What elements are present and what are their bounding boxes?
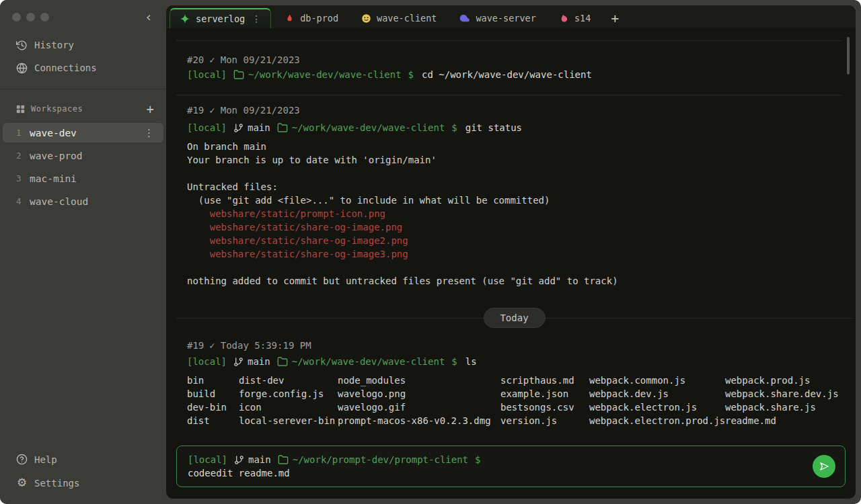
- output-line: nothing added to commit but untracked fi…: [187, 274, 844, 288]
- command-text: cd ~/work/wave-dev/wave-client: [422, 68, 592, 81]
- scrollbar-thumb[interactable]: [847, 37, 850, 75]
- sidebar-item-history[interactable]: History: [0, 34, 166, 56]
- prompt-host: [local]: [188, 453, 227, 466]
- file-name: webpack.share.js: [725, 401, 844, 414]
- file-name: dist-dev: [239, 374, 338, 387]
- workspace-name: mac-mini: [30, 173, 157, 184]
- ls-column: webpack.prod.js webpack.share.dev.js web…: [725, 374, 844, 427]
- sidebar-item-connections[interactable]: Connections: [0, 56, 166, 79]
- today-divider: Today: [176, 308, 852, 328]
- prompt-line: [local] ~/work/wave-dev/wave-client $ cd…: [187, 68, 844, 81]
- face-icon: [361, 13, 371, 24]
- globe-icon: [16, 62, 28, 74]
- add-tab-button[interactable]: +: [604, 8, 626, 28]
- prompt-line: [local] main ~/work/wave-dev/wave-client…: [187, 121, 844, 134]
- main-area: serverlog ⋮ db-prod wave-: [166, 0, 861, 504]
- command-text: ls: [465, 355, 477, 368]
- entry-meta: #19 ✓ Mon 09/21/2023: [187, 103, 844, 117]
- minimize-window-button[interactable]: [26, 13, 35, 22]
- file-name: webpack.common.js: [589, 374, 725, 387]
- ls-output: bin build dev-bin dist dist-dev forge.co…: [187, 374, 844, 427]
- workspace-number: 3: [16, 173, 30, 183]
- workspace-item-mac-mini[interactable]: 3 mac-mini: [3, 169, 163, 188]
- prompt-branch: main: [248, 453, 271, 466]
- sparkle-icon: [180, 13, 190, 24]
- tab-wave-client[interactable]: wave-client: [352, 8, 446, 28]
- sidebar-item-help[interactable]: Help: [0, 448, 166, 471]
- tab-label: serverlog: [196, 13, 245, 24]
- prompt-dollar: $: [451, 355, 457, 368]
- prompt-branch: main: [248, 355, 270, 368]
- untracked-file: webshare/static/share-og-image3.png: [187, 247, 844, 261]
- close-window-button[interactable]: [12, 13, 21, 22]
- prompt-line: [local] main ~/work/wave-dev/wave-client…: [187, 355, 844, 368]
- command-text: git status: [465, 121, 522, 134]
- zoom-window-button[interactable]: [40, 13, 49, 22]
- workspace-menu-icon[interactable]: ⋮: [141, 127, 157, 139]
- help-icon: [16, 454, 28, 465]
- tab-menu-icon[interactable]: ⋮: [252, 13, 261, 24]
- ls-column: webpack.common.js webpack.dev.js webpack…: [589, 374, 725, 427]
- tab-s14[interactable]: s14: [550, 8, 600, 28]
- folder-icon: [277, 122, 288, 133]
- check-icon: ✓: [209, 103, 215, 117]
- file-name: example.json: [500, 387, 589, 401]
- titlebar: ‹: [0, 0, 166, 34]
- tab-wave-server[interactable]: wave-server: [450, 8, 545, 28]
- prompt-cwd: ~/work/wave-dev/wave-client: [248, 68, 402, 81]
- today-badge: Today: [483, 308, 545, 328]
- folder-icon: [233, 69, 244, 80]
- workspace-item-wave-dev[interactable]: 1 wave-dev ⋮: [3, 123, 163, 142]
- file-name: build: [187, 387, 239, 401]
- file-name: dev-bin: [187, 401, 239, 414]
- entry-number: #19: [187, 103, 204, 117]
- tab-label: s14: [574, 13, 591, 24]
- collapse-sidebar-icon[interactable]: ‹: [141, 10, 157, 24]
- file-name: webpack.electron.js: [589, 401, 725, 414]
- workspace-name: wave-dev: [30, 128, 141, 138]
- blank-line: [187, 167, 844, 180]
- workspace-name: wave-cloud: [30, 196, 157, 207]
- prompt-cwd: ~/work/prompt-dev/prompt-client: [293, 453, 468, 466]
- command-input-area: [local] main ~/work/prompt-dev/prompt-cl…: [188, 453, 813, 480]
- send-button[interactable]: [813, 455, 835, 478]
- file-name: bin: [187, 374, 239, 387]
- file-name: node_modules: [338, 374, 500, 387]
- entry-date: Mon 09/21/2023: [221, 53, 300, 67]
- output-line: Untracked files:: [187, 180, 844, 194]
- untracked-file: webshare/static/share-og-image2.png: [187, 234, 844, 247]
- file-name: forge.config.js: [239, 387, 338, 401]
- file-name: webpack.electron.prod.js: [589, 414, 725, 427]
- gear-icon: ⚙: [16, 477, 28, 489]
- window-controls: [12, 13, 49, 22]
- sidebar-item-settings[interactable]: ⚙ Settings: [0, 471, 166, 495]
- add-workspace-button[interactable]: +: [144, 103, 157, 116]
- workspace-item-wave-cloud[interactable]: 4 wave-cloud: [3, 192, 163, 211]
- file-name: webpack.prod.js: [725, 374, 844, 387]
- tab-serverlog[interactable]: serverlog ⋮: [170, 8, 271, 28]
- command-input[interactable]: codeedit readme.md: [188, 466, 813, 480]
- git-branch-icon: [233, 357, 244, 367]
- entry-number: #20: [187, 53, 204, 67]
- workspace-number: 1: [16, 128, 30, 138]
- command-input-box[interactable]: [local] main ~/work/prompt-dev/prompt-cl…: [176, 446, 846, 487]
- workspace-list: 1 wave-dev ⋮ 2 wave-prod 3 mac-mini 4 wa…: [0, 123, 166, 211]
- app-window: ‹ History Connections: [0, 0, 861, 504]
- tab-bar: serverlog ⋮ db-prod wave-: [166, 5, 856, 28]
- file-name: webpack.share.dev.js: [725, 387, 844, 401]
- file-name: webpack.dev.js: [589, 387, 725, 401]
- sidebar-footer: Help ⚙ Settings: [0, 448, 166, 495]
- blank-line: [187, 261, 844, 274]
- ls-column: bin build dev-bin dist: [187, 374, 239, 427]
- history-icon: [16, 40, 28, 51]
- workspace-item-wave-prod[interactable]: 2 wave-prod: [3, 146, 163, 165]
- output-line: Your branch is up to date with 'origin/m…: [187, 153, 844, 167]
- sidebar-item-label: Help: [34, 454, 57, 465]
- file-name: wavelogo.png: [338, 387, 500, 401]
- entry-number: #19: [187, 339, 204, 352]
- file-name: readme.md: [725, 414, 844, 427]
- tab-db-prod[interactable]: db-prod: [275, 8, 348, 28]
- file-name: local-serever-bin: [239, 414, 338, 427]
- workspaces-label: Workspaces: [31, 104, 144, 114]
- entry-divider: [176, 40, 841, 41]
